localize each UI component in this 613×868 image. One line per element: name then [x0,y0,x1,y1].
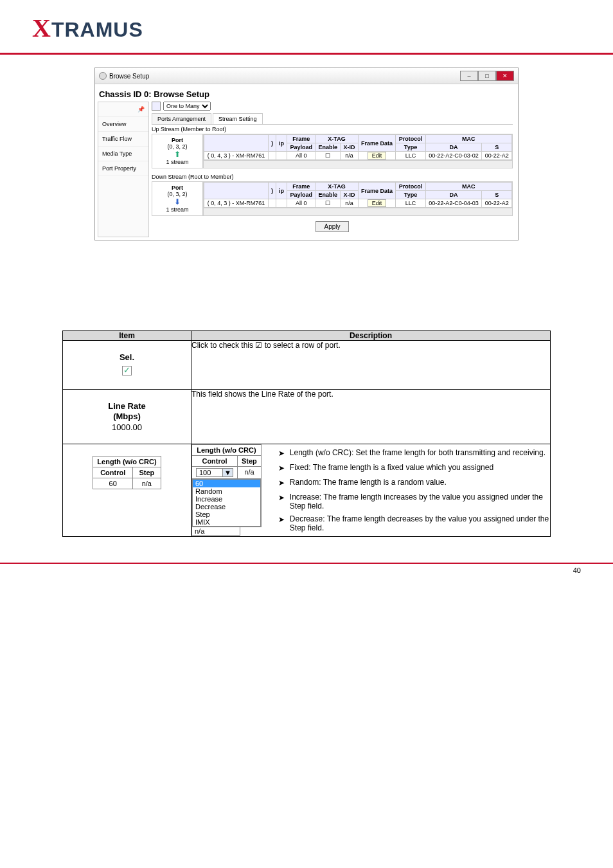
control-dropdown[interactable]: 100 ▼ [196,468,233,477]
topology-icon [152,102,161,111]
upstream-grid: ) ip Frame X-TAG Frame Data Protocol MAC [204,134,512,160]
divider [0,53,613,55]
arrow-up-icon: ⬆ [155,150,200,159]
arrow-down-icon: ⬇ [155,197,200,206]
line-rate-description: This field shows the Line Rate of the po… [191,390,551,444]
sidebar-item-overview[interactable]: Overview [98,117,148,132]
sidebar: 📌 Overview Traffic Flow Media Type Port … [98,102,149,237]
col-header-desc: Description [191,331,551,341]
control-dropdown-list[interactable]: 60 Random Increase Decrease Step IMIX [192,479,261,527]
sel-checkbox[interactable] [122,366,132,375]
tab-stream-setting[interactable]: Stream Setting [213,113,263,124]
window-title: Browse Setup [109,73,149,80]
grid-cell[interactable]: ( 0, 4, 3 ) - XM-RM761 [204,152,269,160]
brand-logo: XTRAMUS [32,13,581,43]
bullet-icon: ➤ [278,493,285,511]
maximize-button[interactable]: □ [478,71,496,81]
minimize-button[interactable]: – [460,71,478,81]
bullet-icon: ➤ [278,448,285,459]
bullet-icon: ➤ [278,478,285,489]
downstream-grid: ) ip Frame X-TAG Frame Data Protocol MAC [204,182,512,208]
description-table: Item Description Sel. Click to check thi… [62,330,551,537]
length-control-popup: Length (w/o CRC) ControlStep 100 ▼ [191,444,262,527]
window-titlebar: Browse Setup – □ ✕ [95,68,518,84]
scrollbar[interactable] [204,208,512,215]
bullet-icon: ➤ [278,514,285,532]
sidebar-item-traffic-flow[interactable]: Traffic Flow [98,132,148,147]
bullet-icon: ➤ [278,463,285,474]
tab-ports-arrangement[interactable]: Ports Arrangement [152,113,211,124]
upstream-label: Up Stream (Member to Root) [152,125,513,134]
length-control-mini: Length (w/o CRC) ControlStep 60n/a [93,456,161,489]
browse-setup-window: Browse Setup – □ ✕ Chassis ID 0: Browse … [94,68,519,240]
downstream-label: Down Stream (Root to Member) [152,172,513,181]
edit-button[interactable]: Edit [368,199,387,207]
app-icon [99,72,107,80]
topology-select[interactable]: One to Many [163,102,211,111]
line-rate-value: 1000.00 [75,422,179,432]
grid-cell[interactable]: ( 0, 4, 3 ) - XM-RM761 [204,199,269,208]
close-button[interactable]: ✕ [496,71,514,81]
page-number: 40 [0,564,613,577]
scrollbar[interactable] [204,160,512,168]
col-header-item: Item [63,331,191,341]
apply-button[interactable]: Apply [315,221,348,232]
sel-label: Sel. [75,352,179,362]
upstream-port-box: Port (0, 3, 2) ⬆ 1 stream [152,134,203,168]
sel-description: Click to check this ☑ to select a row of… [191,341,551,390]
downstream-port-box: Port (0, 3, 2) ⬇ 1 stream [152,181,203,216]
chevron-down-icon: ▼ [222,469,233,476]
sidebar-item-media-type[interactable]: Media Type [98,147,148,161]
sidebar-item-port-property[interactable]: Port Property [98,161,148,176]
chassis-heading: Chassis ID 0: Browse Setup [98,87,515,102]
edit-button[interactable]: Edit [368,152,387,159]
